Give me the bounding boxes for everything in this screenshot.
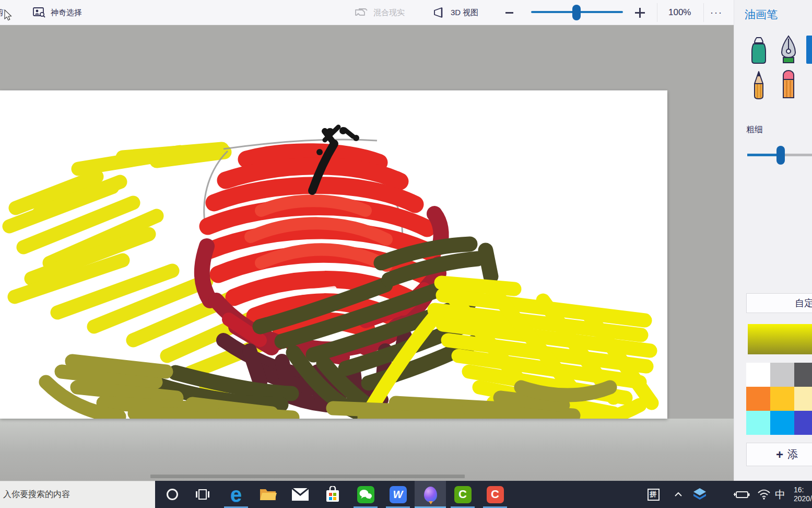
cortana-icon	[167, 489, 178, 500]
mixed-reality-button[interactable]: 混合现实	[354, 0, 405, 25]
toolbar-divider	[703, 3, 704, 22]
crop-label: 剪	[0, 8, 4, 18]
thickness-slider[interactable]	[747, 154, 781, 156]
ellipsis-icon: ···	[710, 7, 723, 18]
mixed-reality-label: 混合现实	[373, 8, 405, 18]
tray-battery[interactable]	[731, 481, 752, 508]
magic-select-icon	[32, 6, 46, 19]
current-color-swatch[interactable]	[748, 324, 812, 354]
top-toolbar: 剪 神奇选择 混合现实 3D	[0, 0, 734, 25]
cortana-button[interactable]	[157, 481, 188, 508]
magic-select-button[interactable]: 神奇选择	[32, 0, 82, 25]
color-swatch-cream[interactable]	[794, 387, 812, 411]
drawing-canvas[interactable]	[0, 90, 667, 419]
windows-taskbar: 入你要搜索的内容 e	[0, 481, 812, 508]
taskbar-search-box[interactable]: 入你要搜索的内容	[0, 481, 155, 508]
taskbar-app-camtasia[interactable]: C	[447, 481, 478, 508]
zoom-slider-thumb[interactable]	[572, 5, 581, 20]
clock-date: 2020/	[794, 494, 812, 503]
clock-time: 16:	[794, 486, 804, 494]
tray-clock[interactable]: 16: 2020/	[794, 481, 812, 508]
marker-pen-tool[interactable]	[747, 36, 770, 66]
oil-brush-tool-selected[interactable]	[806, 36, 812, 64]
more-menu-button[interactable]: ···	[710, 0, 723, 25]
file-explorer-icon	[259, 487, 277, 502]
crop-button[interactable]: 剪	[0, 0, 4, 25]
color-swatch-indigo[interactable]	[794, 411, 812, 435]
chevron-up-icon	[674, 492, 682, 497]
wifi-icon	[757, 489, 771, 500]
horizontal-scrollbar[interactable]	[150, 475, 465, 478]
color-swatch-aqua[interactable]	[746, 411, 770, 435]
view-3d-button[interactable]: 3D 视图	[432, 0, 478, 25]
taskbar-app-wechat[interactable]	[350, 481, 381, 508]
tray-bluestacks[interactable]	[690, 481, 709, 508]
chinese-mode-icon: 中	[775, 488, 785, 502]
add-color-label: 添	[787, 447, 798, 461]
pinyin-icon: 拼	[648, 489, 660, 501]
camtasia-icon: C	[454, 486, 472, 503]
thickness-slider-thumb[interactable]	[776, 146, 785, 165]
camtasia-recorder-icon: C	[487, 486, 504, 503]
color-swatch-azure[interactable]	[770, 411, 794, 435]
tray-show-hidden-icons[interactable]	[671, 481, 686, 508]
view-3d-icon	[432, 6, 446, 19]
mixed-reality-icon	[354, 6, 369, 19]
edge-icon: e	[230, 484, 242, 505]
pencil-tool[interactable]	[747, 70, 770, 100]
color-swatch-dark-gray[interactable]	[794, 363, 812, 387]
ime-mode-badge[interactable]: 中	[772, 481, 789, 508]
zoom-out-icon	[505, 12, 513, 14]
workspace	[0, 25, 734, 481]
magic-select-label: 神奇选择	[51, 8, 82, 18]
thickness-slider-track[interactable]	[781, 154, 812, 156]
paint-3d-icon	[424, 487, 437, 502]
zoom-in-icon	[635, 8, 645, 18]
battery-icon	[733, 490, 750, 499]
thickness-label: 粗细	[746, 124, 763, 135]
custom-color-label: 自定	[795, 297, 812, 309]
taskbar-app-camtasia-recorder[interactable]: C	[479, 481, 511, 508]
panel-title: 油画笔	[745, 7, 778, 22]
taskbar-app-edge[interactable]: e	[220, 481, 252, 508]
tray-wifi[interactable]	[755, 481, 773, 508]
taskbar-app-paint-3d[interactable]	[415, 481, 446, 508]
taskbar-app-mail[interactable]	[285, 481, 316, 508]
taskbar-app-microsoft-store[interactable]	[317, 481, 348, 508]
brush-panel: 油画笔 粗细	[734, 0, 812, 481]
eraser-tool[interactable]	[777, 69, 800, 99]
color-palette	[746, 363, 812, 435]
add-color-button[interactable]: + 添	[746, 443, 812, 466]
wps-office-icon: W	[390, 486, 407, 503]
ime-pinyin-badge[interactable]: 拼	[645, 481, 661, 508]
task-view-icon	[195, 488, 210, 501]
toolbar-divider	[657, 3, 657, 22]
taskbar-app-wps-office[interactable]: W	[382, 481, 414, 508]
wechat-icon	[357, 486, 374, 503]
color-swatch-light-gray[interactable]	[770, 363, 794, 387]
layers-icon	[692, 488, 707, 501]
color-swatch-orange[interactable]	[746, 387, 770, 411]
mail-icon	[292, 488, 309, 501]
search-placeholder: 入你要搜索的内容	[3, 489, 70, 500]
plus-icon: +	[776, 447, 783, 462]
canvas-reflection	[0, 419, 734, 481]
color-swatch-yellow[interactable]	[770, 387, 794, 411]
taskbar-app-file-explorer[interactable]	[252, 481, 284, 508]
mouse-cursor	[4, 9, 14, 22]
painting	[0, 90, 667, 419]
custom-color-button[interactable]: 自定	[746, 293, 812, 313]
zoom-out-button[interactable]	[505, 0, 513, 25]
zoom-value: 100%	[668, 0, 691, 25]
color-swatch-white[interactable]	[746, 363, 770, 387]
calligraphy-pen-tool[interactable]	[777, 34, 800, 65]
microsoft-store-icon	[325, 486, 340, 503]
zoom-in-button[interactable]	[635, 0, 645, 25]
view-3d-label: 3D 视图	[451, 8, 478, 18]
task-view-button[interactable]	[187, 481, 218, 508]
